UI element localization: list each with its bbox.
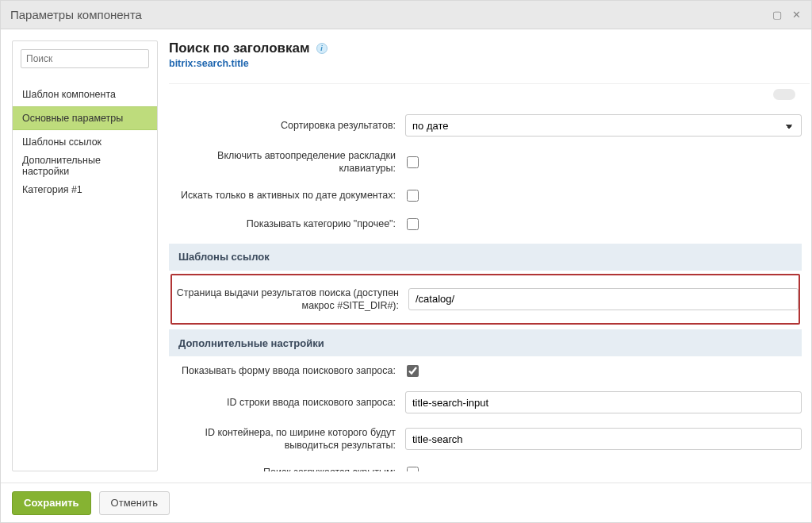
input-input-id[interactable]: [405, 391, 802, 413]
label-active-only: Искать только в активных по дате докумен…: [169, 189, 405, 202]
sidebar-item-template[interactable]: Шаблон компонента: [13, 83, 157, 106]
row-hidden-load: Поиск загружается скрытым:: [169, 459, 802, 472]
input-container-id[interactable]: [405, 428, 802, 450]
select-sort[interactable]: по дате: [405, 114, 802, 137]
search-input[interactable]: [21, 49, 149, 68]
row-input-id: ID строки ввода поискового запроса:: [169, 385, 802, 420]
main-header: Поиск по заголовкам i bitrix:search.titl…: [169, 40, 810, 69]
main-panel: Поиск по заголовкам i bitrix:search.titl…: [169, 40, 811, 471]
checkbox-active-only[interactable]: [407, 190, 419, 202]
sidebar-item-category-1[interactable]: Категория #1: [13, 178, 157, 202]
info-icon[interactable]: i: [316, 43, 327, 54]
page-title: Поиск по заголовкам: [169, 40, 310, 56]
sidebar-search: [21, 49, 149, 68]
label-show-form: Показывать форму ввода поискового запрос…: [169, 364, 405, 377]
label-hidden-load: Поиск загружается скрытым:: [169, 466, 405, 471]
stub-pill: [773, 89, 795, 100]
row-show-form: Показывать форму ввода поискового запрос…: [169, 356, 802, 385]
checkbox-hidden-load[interactable]: [407, 467, 419, 471]
row-sort: Сортировка результатов: по дате: [169, 108, 802, 143]
section-additional: Дополнительные настройки: [169, 329, 802, 356]
window-title: Параметры компонента: [10, 8, 772, 21]
label-auto-layout: Включить автоопределение раскладки клави…: [169, 149, 405, 175]
row-active-only: Искать только в активных по дате докумен…: [169, 182, 802, 210]
save-button[interactable]: Сохранить: [12, 491, 91, 515]
row-show-other: Показывать категорию "прочее":: [169, 210, 802, 239]
sidebar-item-additional[interactable]: Дополнительные настройки: [13, 154, 157, 178]
label-sort: Сортировка результатов:: [169, 119, 405, 132]
row-container-id: ID контейнера, по ширине которого будут …: [169, 420, 802, 459]
row-results-page: Страница выдачи результатов поиска (дост…: [172, 280, 799, 319]
sidebar: Шаблон компонента Основные параметры Шаб…: [12, 40, 158, 471]
sidebar-items: Шаблон компонента Основные параметры Шаб…: [13, 83, 157, 202]
cancel-button[interactable]: Отменить: [99, 491, 170, 515]
sidebar-item-main-params[interactable]: Основные параметры: [13, 106, 157, 130]
row-auto-layout: Включить автоопределение раскладки клави…: [169, 143, 802, 182]
section-link-templates: Шаблоны ссылок: [169, 244, 802, 271]
close-icon[interactable]: ✕: [791, 10, 802, 21]
dialog-body: Шаблон компонента Основные параметры Шаб…: [1, 29, 811, 483]
maximize-icon[interactable]: ▢: [772, 10, 783, 21]
dialog-footer: Сохранить Отменить: [1, 483, 811, 522]
label-input-id: ID строки ввода поискового запроса:: [169, 396, 405, 409]
checkbox-show-other[interactable]: [407, 218, 419, 230]
component-code: bitrix:search.title: [169, 58, 810, 69]
checkbox-show-form[interactable]: [407, 365, 419, 377]
sidebar-item-link-templates[interactable]: Шаблоны ссылок: [13, 130, 157, 154]
label-container-id: ID контейнера, по ширине которого будут …: [169, 426, 405, 452]
dialog-window: Параметры компонента ▢ ✕ Шаблон компонен…: [0, 0, 812, 523]
highlighted-results-page-row: Страница выдачи результатов поиска (дост…: [170, 274, 800, 325]
label-show-other: Показывать категорию "прочее":: [169, 217, 405, 230]
truncated-row-stub: [169, 84, 802, 108]
form-scroll-area[interactable]: Сортировка результатов: по дате Включить…: [169, 83, 810, 471]
titlebar-controls: ▢ ✕: [772, 10, 802, 21]
input-results-page[interactable]: [408, 288, 799, 310]
label-results-page: Страница выдачи результатов поиска (дост…: [172, 286, 408, 313]
titlebar: Параметры компонента ▢ ✕: [1, 1, 811, 29]
checkbox-auto-layout[interactable]: [407, 156, 419, 168]
